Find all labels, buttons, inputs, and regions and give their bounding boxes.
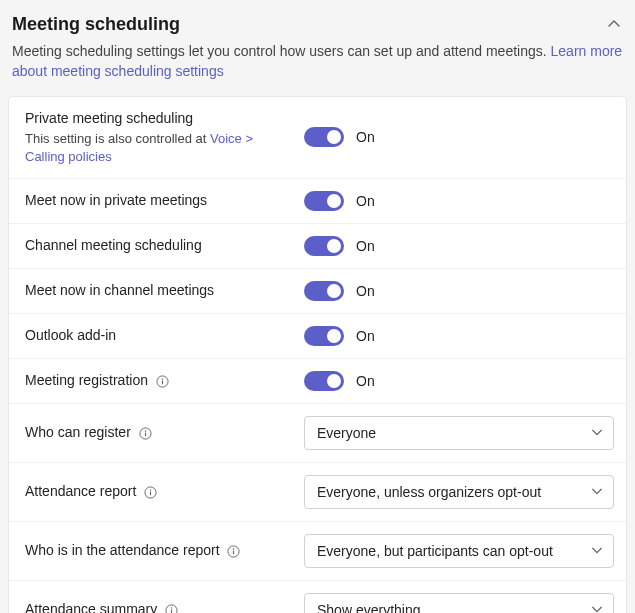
toggle-state-channel-scheduling: On [356,238,375,254]
toggle-state-meet-now-private: On [356,193,375,209]
row-meet-now-channel: Meet now in channel meetings On [9,269,626,314]
description-text: Meeting scheduling settings let you cont… [12,43,551,59]
toggle-state-meeting-registration: On [356,373,375,389]
label-attendance-report: Attendance report [25,483,136,499]
chevron-up-icon [607,17,623,33]
select-value-who-in-report: Everyone, but participants can opt-out [317,543,553,559]
toggle-meeting-registration[interactable] [304,371,344,391]
chevron-down-icon [591,543,603,559]
select-value-who-can-register: Everyone [317,425,376,441]
info-icon[interactable] [144,486,157,499]
svg-rect-14 [171,609,172,613]
label-meeting-registration: Meeting registration [25,372,148,388]
toggle-private-meeting-scheduling[interactable] [304,127,344,147]
meeting-scheduling-panel: Meeting scheduling Meeting scheduling se… [0,0,635,613]
info-icon[interactable] [227,545,240,558]
svg-point-4 [144,430,145,431]
toggle-state-outlook-addin: On [356,328,375,344]
label-outlook-addin: Outlook add-in [25,327,116,343]
row-meet-now-private: Meet now in private meetings On [9,179,626,224]
svg-rect-2 [162,380,163,384]
toggle-meet-now-channel[interactable] [304,281,344,301]
section-description: Meeting scheduling settings let you cont… [0,39,635,96]
subtext-private-meeting-scheduling: This setting is also controlled at Voice… [25,130,294,165]
label-channel-scheduling: Channel meeting scheduling [25,237,202,253]
row-attendance-summary: Attendance summary Show everything [9,581,626,613]
section-title: Meeting scheduling [12,14,180,35]
toggle-channel-scheduling[interactable] [304,236,344,256]
toggle-meet-now-private[interactable] [304,191,344,211]
svg-rect-11 [233,550,234,554]
chevron-down-icon [591,602,603,613]
info-icon[interactable] [156,375,169,388]
select-who-in-report[interactable]: Everyone, but participants can opt-out [304,534,614,568]
select-value-attendance-report: Everyone, unless organizers opt-out [317,484,541,500]
settings-card: Private meeting scheduling This setting … [8,96,627,613]
toggle-outlook-addin[interactable] [304,326,344,346]
chevron-down-icon [591,484,603,500]
row-who-in-report: Who is in the attendance report Everyone… [9,522,626,581]
row-outlook-addin: Outlook add-in On [9,314,626,359]
toggle-state-private-meeting-scheduling: On [356,129,375,145]
svg-rect-8 [150,491,151,495]
info-icon[interactable] [139,427,152,440]
label-who-can-register: Who can register [25,424,131,440]
svg-point-7 [150,489,151,490]
select-who-can-register[interactable]: Everyone [304,416,614,450]
select-attendance-summary[interactable]: Show everything [304,593,614,613]
svg-rect-5 [145,432,146,436]
select-attendance-report[interactable]: Everyone, unless organizers opt-out [304,475,614,509]
row-meeting-registration: Meeting registration On [9,359,626,404]
label-meet-now-private: Meet now in private meetings [25,192,207,208]
info-icon[interactable] [165,604,178,613]
label-attendance-summary: Attendance summary [25,601,157,613]
toggle-state-meet-now-channel: On [356,283,375,299]
row-attendance-report: Attendance report Everyone, unless organ… [9,463,626,522]
svg-point-1 [162,378,163,379]
row-who-can-register: Who can register Everyone [9,404,626,463]
svg-point-13 [171,607,172,608]
row-private-meeting-scheduling: Private meeting scheduling This setting … [9,97,626,179]
label-private-meeting-scheduling: Private meeting scheduling [25,109,294,128]
svg-point-10 [233,548,234,549]
label-who-in-report: Who is in the attendance report [25,542,220,558]
chevron-down-icon [591,425,603,441]
section-header[interactable]: Meeting scheduling [0,0,635,39]
select-value-attendance-summary: Show everything [317,602,421,613]
row-channel-scheduling: Channel meeting scheduling On [9,224,626,269]
label-meet-now-channel: Meet now in channel meetings [25,282,214,298]
